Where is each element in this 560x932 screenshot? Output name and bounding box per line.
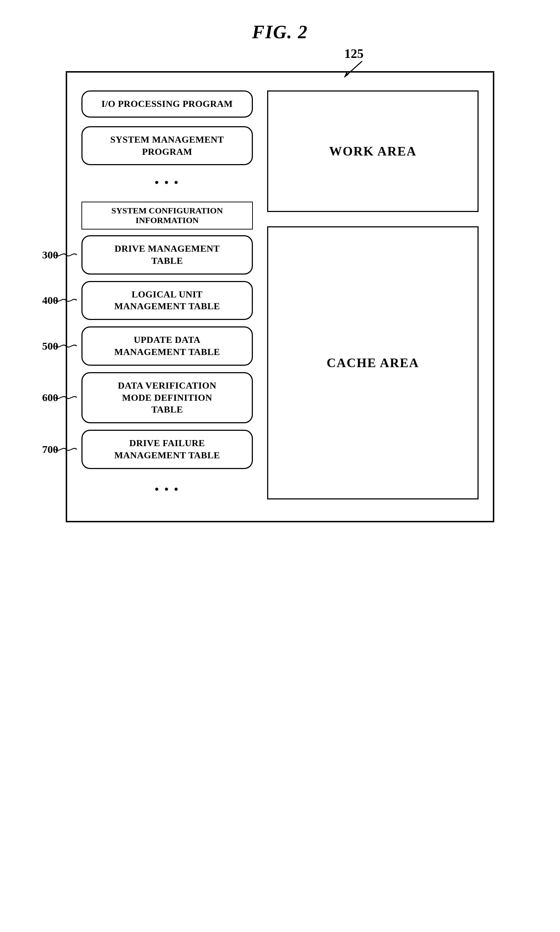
dots-programs: • • • [82,172,253,193]
main-diagram-box: I/O PROCESSING PROGRAM SYSTEM MANAGEMENT… [66,71,494,522]
right-column: WORK AREA CACHE AREA [267,91,478,500]
table-row-600: 600 DATA VERIFICATIONMODE DEFINITIONTABL… [82,372,253,423]
diagram-container: 125 I/O PROCESSING PROGRAM SYSTEM MANAGE… [66,71,494,522]
arrow-125-icon [341,57,369,79]
tables-section: 300 DRIVE MANAGEMENTTABLE 400 LOGICAL UN… [82,235,253,475]
drive-management-table-box: DRIVE MANAGEMENTTABLE [82,235,253,275]
drive-failure-management-table-box: DRIVE FAILUREMANAGEMENT TABLE [82,430,253,469]
data-verification-mode-table-box: DATA VERIFICATIONMODE DEFINITIONTABLE [82,372,253,423]
figure-title: FIG. 2 [252,22,308,43]
squiggle-700-icon [54,442,78,457]
work-area-box: WORK AREA [267,91,478,212]
squiggle-600-icon [54,390,78,405]
table-row-500: 500 UPDATE DATAMANAGEMENT TABLE [82,326,253,366]
table-row-300: 300 DRIVE MANAGEMENTTABLE [82,235,253,275]
left-column: I/O PROCESSING PROGRAM SYSTEM MANAGEMENT… [82,91,253,500]
dots-tables: • • • [82,479,253,500]
squiggle-300-icon [54,248,78,262]
squiggle-500-icon [54,339,78,353]
io-processing-box: I/O PROCESSING PROGRAM [82,91,253,117]
svg-marker-1 [344,72,349,77]
table-row-700: 700 DRIVE FAILUREMANAGEMENT TABLE [82,430,253,469]
squiggle-400-icon [54,293,78,307]
cache-area-box: CACHE AREA [267,226,478,500]
logical-unit-management-table-box: LOGICAL UNITMANAGEMENT TABLE [82,281,253,320]
programs-section: I/O PROCESSING PROGRAM SYSTEM MANAGEMENT… [82,91,253,165]
update-data-management-table-box: UPDATE DATAMANAGEMENT TABLE [82,326,253,366]
sys-config-label: SYSTEM CONFIGURATION INFORMATION [82,202,253,230]
system-management-box: SYSTEM MANAGEMENT PROGRAM [82,126,253,165]
table-row-400: 400 LOGICAL UNITMANAGEMENT TABLE [82,281,253,320]
